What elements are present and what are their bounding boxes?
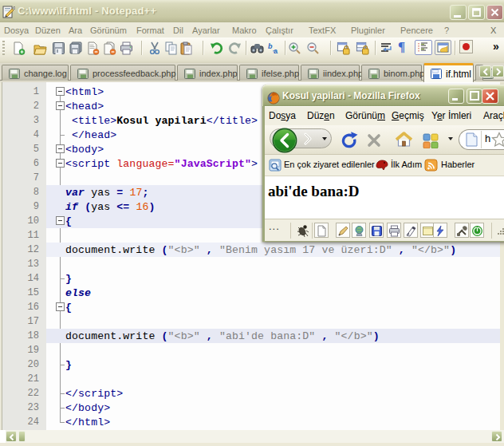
svg-text:b: b <box>268 42 273 50</box>
